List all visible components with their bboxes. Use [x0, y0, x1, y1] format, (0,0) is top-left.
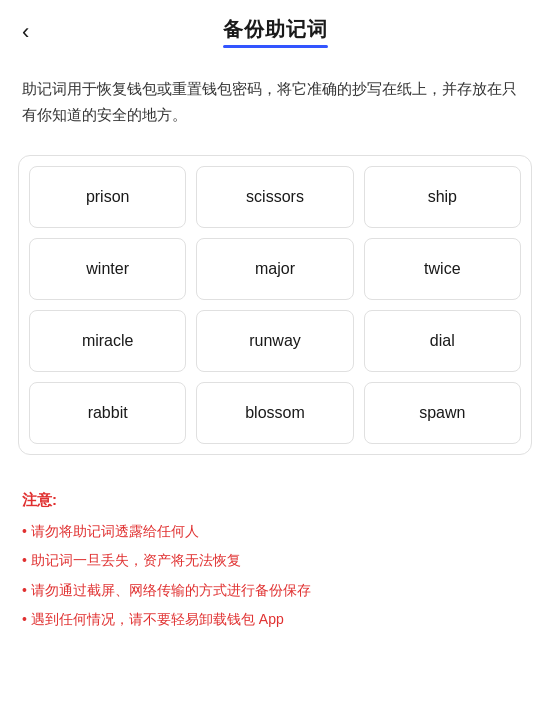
notice-title: 注意:	[22, 491, 528, 510]
mnemonic-word-10: rabbit	[29, 382, 186, 444]
notice-bullet-icon: •	[22, 520, 27, 542]
notice-item-1: • 请勿将助记词透露给任何人	[22, 520, 528, 542]
mnemonic-word-1: prison	[29, 166, 186, 228]
mnemonic-word-2: scissors	[196, 166, 353, 228]
mnemonic-word-6: twice	[364, 238, 521, 300]
mnemonic-word-11: blossom	[196, 382, 353, 444]
mnemonic-word-9: dial	[364, 310, 521, 372]
notice-bullet-icon: •	[22, 579, 27, 601]
mnemonic-word-3: ship	[364, 166, 521, 228]
title-underline	[223, 45, 328, 48]
header: ‹ 备份助记词	[0, 0, 550, 58]
mnemonic-word-5: major	[196, 238, 353, 300]
mnemonic-grid: prisonscissorsshipwintermajortwicemiracl…	[29, 166, 521, 444]
mnemonic-word-4: winter	[29, 238, 186, 300]
mnemonic-word-8: runway	[196, 310, 353, 372]
mnemonic-container: prisonscissorsshipwintermajortwicemiracl…	[18, 155, 532, 455]
header-title-wrap: 备份助记词	[223, 16, 328, 48]
page-title: 备份助记词	[223, 16, 328, 43]
notice-item-text: 遇到任何情况，请不要轻易卸载钱包 App	[31, 608, 284, 630]
mnemonic-word-7: miracle	[29, 310, 186, 372]
notice-item-text: 请勿将助记词透露给任何人	[31, 520, 199, 542]
notice-bullet-icon: •	[22, 549, 27, 571]
back-button[interactable]: ‹	[18, 17, 33, 47]
notice-item-3: • 请勿通过截屏、网络传输的方式进行备份保存	[22, 579, 528, 601]
notice-bullet-icon: •	[22, 608, 27, 630]
notice-section: 注意: • 请勿将助记词透露给任何人• 助记词一旦丢失，资产将无法恢复• 请勿通…	[0, 473, 550, 658]
description-text: 助记词用于恢复钱包或重置钱包密码，将它准确的抄写在纸上，并存放在只有你知道的安全…	[0, 58, 550, 137]
mnemonic-word-12: spawn	[364, 382, 521, 444]
notice-item-4: • 遇到任何情况，请不要轻易卸载钱包 App	[22, 608, 528, 630]
notice-item-2: • 助记词一旦丢失，资产将无法恢复	[22, 549, 528, 571]
notice-item-text: 助记词一旦丢失，资产将无法恢复	[31, 549, 241, 571]
notice-item-text: 请勿通过截屏、网络传输的方式进行备份保存	[31, 579, 311, 601]
